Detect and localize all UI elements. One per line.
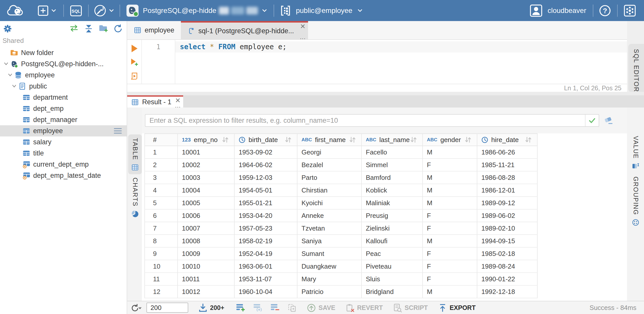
row-limit-input[interactable] (146, 303, 188, 313)
add-folder-icon[interactable] (99, 24, 108, 33)
sort-icon[interactable] (464, 136, 472, 143)
data-cell[interactable]: Parto (297, 171, 362, 184)
execute-new-tab-icon[interactable] (130, 58, 138, 66)
data-cell[interactable]: 1989-02-10 (477, 222, 538, 235)
data-cell[interactable]: Anneke (297, 210, 362, 222)
data-cell[interactable]: 10005 (178, 197, 235, 210)
code-line[interactable]: select * FROM employee e; (175, 41, 627, 53)
data-cell[interactable]: F (423, 273, 477, 286)
data-cell[interactable]: 10012 (178, 286, 235, 298)
data-cell[interactable]: M (423, 171, 477, 184)
data-cell[interactable]: 1957-05-23 (235, 222, 297, 235)
data-cell[interactable]: Chirstian (297, 184, 362, 197)
data-cell[interactable]: Maliniak (362, 197, 423, 210)
data-cell[interactable]: 1964-06-02 (235, 159, 297, 171)
data-cell[interactable]: 1954-05-01 (235, 184, 297, 197)
execute-script-icon[interactable] (130, 72, 138, 80)
sort-icon[interactable] (410, 136, 417, 143)
tab-sql-1[interactable]: sql-1 (PostgreSQL@ep-hidde... ✕ ... (181, 21, 308, 39)
column-header-hire_date[interactable]: hire_date (477, 133, 538, 146)
sort-icon[interactable] (349, 136, 356, 143)
data-cell[interactable]: 10006 (178, 210, 235, 222)
tree-item-department[interactable]: department (0, 92, 127, 103)
data-cell[interactable]: 10010 (178, 260, 235, 273)
data-cell[interactable]: Bezalel (297, 159, 362, 171)
data-cell[interactable]: 10003 (178, 171, 235, 184)
tree-item-dept-emp[interactable]: dept_emp (0, 103, 127, 114)
data-cell[interactable]: 1986-06-26 (477, 146, 538, 159)
data-cell[interactable]: 1955-01-21 (235, 197, 297, 210)
data-cell[interactable]: 1953-04-20 (235, 210, 297, 222)
filter-input[interactable] (145, 115, 585, 126)
data-cell[interactable]: 10008 (178, 235, 235, 248)
row-number-cell[interactable]: 2 (144, 159, 178, 171)
data-cell[interactable]: 1989-09-12 (477, 197, 538, 210)
data-cell[interactable]: 1990-01-22 (477, 273, 538, 286)
data-cell[interactable]: M (423, 197, 477, 210)
panel-tab-value[interactable]: VALUE (629, 136, 643, 170)
refresh-tree-icon[interactable] (113, 24, 123, 33)
data-cell[interactable]: Tzvetan (297, 222, 362, 235)
duplicate-row-icon[interactable] (253, 303, 262, 312)
tree-item-current-dept-emp[interactable]: current_dept_emp (0, 159, 127, 170)
data-cell[interactable]: F (423, 260, 477, 273)
clear-filter-eraser-icon[interactable] (604, 116, 613, 125)
row-number-cell[interactable]: 11 (144, 273, 178, 286)
column-header-last_name[interactable]: ABClast_name (362, 133, 423, 146)
export-button[interactable]: EXPORT (438, 303, 476, 312)
tree-item-postgresql-ep-hidden-[interactable]: PostgreSQL@ep-hidden-... (0, 58, 127, 69)
column-header-birth_date[interactable]: birth_date (235, 133, 297, 146)
data-cell[interactable]: Sluis (362, 273, 423, 286)
tab-result-1[interactable]: Result - 1 ✕ ... (127, 95, 183, 108)
new-sql-editor-button[interactable]: SQL (70, 5, 82, 16)
tree-item-new-folder[interactable]: New folder (0, 47, 127, 58)
data-cell[interactable]: Patricio (297, 286, 362, 298)
fetch-more-button[interactable]: 200+ (198, 303, 224, 312)
data-cell[interactable]: Duangkaew (297, 260, 362, 273)
row-number-cell[interactable]: 6 (144, 210, 178, 222)
data-cell[interactable]: Kyoichi (297, 197, 362, 210)
splitter[interactable] (127, 92, 644, 95)
row-number-cell[interactable]: 4 (144, 184, 178, 197)
data-cell[interactable]: M (423, 146, 477, 159)
data-cell[interactable]: 1953-09-02 (235, 146, 297, 159)
tree-item-public[interactable]: public (0, 81, 127, 92)
data-cell[interactable]: Facello (362, 146, 423, 159)
data-cell[interactable]: M (423, 235, 477, 248)
tab-menu-icon[interactable]: ... (300, 35, 306, 39)
data-cell[interactable]: Koblick (362, 184, 423, 197)
data-cell[interactable]: Preusig (362, 210, 423, 222)
data-cell[interactable]: 1989-08-24 (477, 260, 538, 273)
data-cell[interactable]: F (423, 222, 477, 235)
sql-editor-panel-tab[interactable]: SQL EDITOR (628, 44, 644, 92)
data-cell[interactable]: M (423, 286, 477, 298)
presentation-tab-table[interactable]: TABLE (128, 134, 142, 174)
data-cell[interactable]: 10007 (178, 222, 235, 235)
data-cell[interactable]: F (423, 159, 477, 171)
data-cell[interactable]: Kalloufi (362, 235, 423, 248)
tree-item-dept-emp-latest-date[interactable]: dept_emp_latest_date (0, 170, 127, 181)
row-number-cell[interactable]: 8 (144, 235, 178, 248)
data-cell[interactable]: M (423, 184, 477, 197)
row-number-cell[interactable]: 9 (144, 248, 178, 260)
data-cell[interactable]: Zielinski (362, 222, 423, 235)
sort-icon[interactable] (524, 136, 532, 143)
data-cell[interactable]: 1958-02-19 (235, 235, 297, 248)
collapse-all-icon[interactable] (84, 24, 93, 33)
user-menu-button[interactable]: cloudbeaver (530, 4, 586, 17)
driver-tools-button[interactable] (94, 4, 114, 17)
result-menu-icon[interactable]: ... (175, 104, 181, 107)
data-cell[interactable]: Bridgland (362, 286, 423, 298)
reload-result-icon[interactable] (130, 303, 141, 312)
schema-selector[interactable]: public@employee (280, 5, 363, 16)
presentation-tab-charts[interactable]: CHARTS (128, 178, 142, 218)
data-cell[interactable]: 1994-09-15 (477, 235, 538, 248)
code-area[interactable]: select * FROM employee e; (175, 40, 627, 84)
data-cell[interactable]: 10001 (178, 146, 235, 159)
settings-button[interactable] (624, 5, 636, 17)
row-number-cell[interactable]: 10 (144, 260, 178, 273)
tree-item-title[interactable]: title (0, 148, 127, 159)
chevron-down-icon[interactable] (10, 83, 18, 89)
connection-selector[interactable]: PostgreSQL@ep-hidde (126, 4, 267, 17)
column-header-gender[interactable]: ABCgender (423, 133, 477, 146)
